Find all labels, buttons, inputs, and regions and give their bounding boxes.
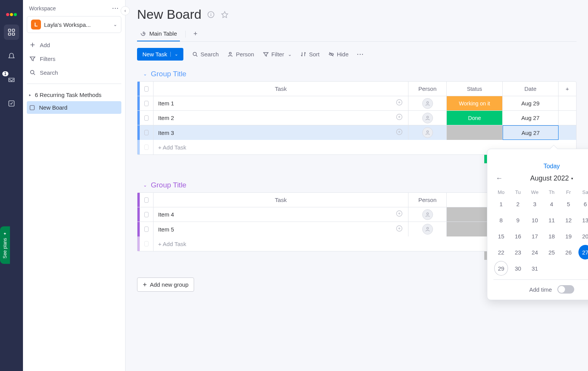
calendar-day[interactable]: 4 [545,197,559,211]
calendar-day[interactable]: 17 [528,229,542,243]
calendar-day[interactable]: 15 [494,229,508,243]
calendar-day[interactable]: 31 [528,261,542,276]
person-cell[interactable] [408,111,447,125]
sidebar-search[interactable]: Search [27,66,121,79]
info-icon[interactable] [207,10,215,19]
status-cell[interactable]: Done [447,111,503,125]
col-date[interactable]: Date [503,82,559,96]
task-name-cell[interactable]: Item 4 [154,207,408,222]
tree-item-new-board[interactable]: New Board [27,101,121,114]
calendar-day[interactable]: 12 [562,213,575,227]
calendar-day[interactable]: 10 [528,213,542,227]
date-cell[interactable]: Aug 29 [503,96,559,110]
see-plans-button[interactable]: See plans [0,226,10,264]
add-time-toggle[interactable] [557,285,574,294]
group-collapse-icon[interactable]: ⌄ [143,71,147,77]
calendar-day[interactable]: 18 [545,229,559,243]
group-title[interactable]: Group Title [151,70,186,78]
calendar-day[interactable]: 22 [494,245,508,259]
person-avatar-icon[interactable] [422,113,433,123]
add-conversation-icon[interactable] [395,210,403,219]
workspace-more-icon[interactable]: ··· [112,5,119,11]
board-title[interactable]: New Board [137,7,201,22]
col-person[interactable]: Person [408,82,447,96]
calendar-day[interactable]: 27 [578,245,588,259]
select-all-checkbox[interactable] [144,197,149,203]
sidebar-add[interactable]: Add [27,38,121,51]
calendar-day[interactable]: 2 [511,197,525,211]
toolbar-filter[interactable]: Filter⌄ [263,51,292,57]
month-selector[interactable]: August 2022▾ [530,174,573,182]
table-row[interactable]: Item 1Working on itAug 29 [137,96,576,111]
add-group-button[interactable]: + Add new group [137,277,194,292]
calendar-day[interactable]: 24 [528,245,542,259]
notifications-icon[interactable] [4,48,19,64]
status-cell[interactable] [447,125,503,140]
calendar-day[interactable]: 26 [562,245,575,259]
add-column-button[interactable]: + [559,82,576,96]
row-checkbox[interactable] [144,130,149,135]
person-avatar-icon[interactable] [422,209,433,220]
calendar-day[interactable]: 25 [545,245,559,259]
calendar-day[interactable]: 23 [511,245,525,259]
toolbar-search[interactable]: Search [192,51,219,57]
table-row[interactable]: Item 2DoneAug 27 [137,111,576,125]
calendar-day[interactable]: 16 [511,229,525,243]
add-view-button[interactable]: + [191,30,200,38]
toolbar-more-icon[interactable]: ··· [357,51,364,57]
calendar-day[interactable]: 11 [545,213,559,227]
calendar-day[interactable]: 19 [562,229,575,243]
col-task[interactable]: Task [154,82,408,96]
star-icon[interactable] [220,10,229,19]
calendar-day[interactable]: 30 [511,261,525,276]
row-checkbox[interactable] [144,101,149,106]
tree-item-recurring[interactable]: ▸ 6 Recurring Task Methods [27,89,121,101]
task-name-cell[interactable]: Item 2 [154,111,408,125]
calendar-day[interactable]: 3 [528,197,542,211]
sidebar-filters[interactable]: Filters [27,52,121,65]
workspace-selector[interactable]: L Layla's Workspa... ⌄ [27,16,121,33]
person-avatar-icon[interactable] [422,127,433,138]
task-name-cell[interactable]: Item 1 [154,96,408,110]
calendar-day[interactable]: 8 [494,213,508,227]
person-cell[interactable] [408,125,447,140]
group-collapse-icon[interactable]: ⌄ [143,182,147,188]
row-checkbox[interactable] [144,227,149,232]
new-task-button[interactable]: New Task ⌄ [137,48,183,61]
workspaces-icon[interactable] [4,25,19,40]
calendar-day[interactable]: 9 [511,213,525,227]
date-picker-today[interactable]: Today [493,163,588,170]
add-conversation-icon[interactable] [395,225,403,234]
person-cell[interactable] [408,222,447,236]
table-row[interactable]: Item 3Aug 27 [137,125,576,140]
col-status[interactable]: Status [447,82,503,96]
add-conversation-icon[interactable] [395,128,403,138]
calendar-day[interactable]: 13 [578,213,588,227]
task-name-cell[interactable]: Item 5 [154,222,408,236]
status-cell[interactable]: Working on it [447,96,503,110]
toolbar-sort[interactable]: Sort [300,51,320,57]
person-cell[interactable] [408,96,447,110]
group-title[interactable]: Group Title [151,181,186,189]
chevron-down-icon[interactable]: ⌄ [170,52,178,57]
add-conversation-icon[interactable] [395,113,403,123]
date-cell[interactable]: Aug 27 [503,111,559,125]
select-all-checkbox[interactable] [144,86,149,92]
calendar-day[interactable]: 5 [562,197,575,211]
col-person[interactable]: Person [408,193,447,207]
my-work-icon[interactable] [4,96,19,111]
calendar-day[interactable]: 29 [494,261,508,276]
row-checkbox[interactable] [144,212,149,217]
person-avatar-icon[interactable] [422,98,433,109]
prev-month-icon[interactable]: ← [493,173,505,184]
calendar-day[interactable]: 6 [578,197,588,211]
toolbar-person[interactable]: Person [227,51,254,57]
toolbar-hide[interactable]: Hide [328,51,349,57]
add-conversation-icon[interactable] [395,98,403,108]
task-name-cell[interactable]: Item 3 [154,125,408,140]
calendar-day[interactable]: 20 [578,229,588,243]
date-cell[interactable]: Aug 27 [503,125,559,140]
tab-main-table[interactable]: Main Table [137,26,180,41]
calendar-day[interactable]: 1 [494,197,508,211]
person-avatar-icon[interactable] [422,224,433,235]
